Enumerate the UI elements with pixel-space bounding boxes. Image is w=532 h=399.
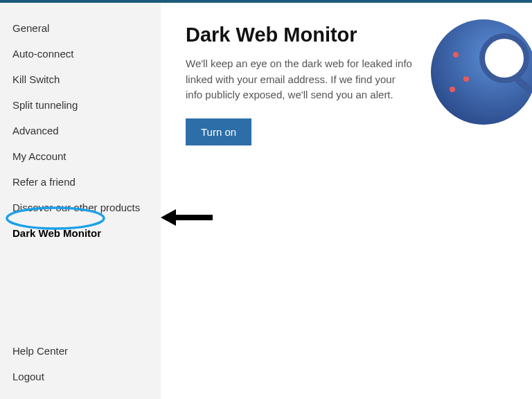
sidebar-item-label: Help Center bbox=[12, 345, 68, 357]
sidebar-item-kill-switch[interactable]: Kill Switch bbox=[0, 66, 161, 92]
app-container: General Auto-connect Kill Switch Split t… bbox=[0, 3, 532, 399]
sidebar-item-label: Logout bbox=[12, 371, 44, 382]
sidebar-bottom: Help Center Logout bbox=[0, 338, 161, 399]
sidebar-item-label: Dark Web Monitor bbox=[12, 227, 101, 239]
sidebar-item-help-center[interactable]: Help Center bbox=[0, 338, 161, 364]
sidebar-item-label: Auto-connect bbox=[12, 48, 73, 60]
sidebar-item-my-account[interactable]: My Account bbox=[0, 143, 161, 169]
sidebar-item-refer-friend[interactable]: Refer a friend bbox=[0, 169, 161, 195]
turn-on-button[interactable]: Turn on bbox=[186, 118, 251, 145]
sidebar-item-advanced[interactable]: Advanced bbox=[0, 118, 161, 143]
sidebar-item-label: Kill Switch bbox=[12, 73, 60, 85]
sidebar-item-discover-products[interactable]: Discover our other products bbox=[0, 195, 161, 220]
sidebar-item-label: My Account bbox=[12, 150, 66, 162]
svg-point-4 bbox=[450, 87, 455, 92]
sidebar-item-general[interactable]: General bbox=[0, 15, 161, 41]
svg-point-3 bbox=[463, 76, 469, 82]
sidebar-item-dark-web-monitor[interactable]: Dark Web Monitor bbox=[0, 220, 161, 246]
sidebar-item-auto-connect[interactable]: Auto-connect bbox=[0, 41, 161, 66]
sidebar-item-label: Discover our other products bbox=[12, 202, 140, 213]
sidebar-item-logout[interactable]: Logout bbox=[0, 364, 161, 389]
svg-point-2 bbox=[453, 52, 459, 57]
page-description: We'll keep an eye on the dark web for le… bbox=[186, 56, 414, 103]
sidebar-item-label: General bbox=[12, 22, 49, 34]
sidebar-item-label: Refer a friend bbox=[12, 176, 76, 188]
sidebar: General Auto-connect Kill Switch Split t… bbox=[0, 3, 161, 399]
dark-web-illustration bbox=[428, 17, 532, 127]
sidebar-item-split-tunneling[interactable]: Split tunneling bbox=[0, 92, 161, 118]
sidebar-item-label: Split tunneling bbox=[12, 99, 78, 111]
sidebar-main: General Auto-connect Kill Switch Split t… bbox=[0, 15, 161, 338]
sidebar-item-label: Advanced bbox=[12, 125, 59, 136]
main-content: Dark Web Monitor We'll keep an eye on th… bbox=[161, 3, 532, 399]
